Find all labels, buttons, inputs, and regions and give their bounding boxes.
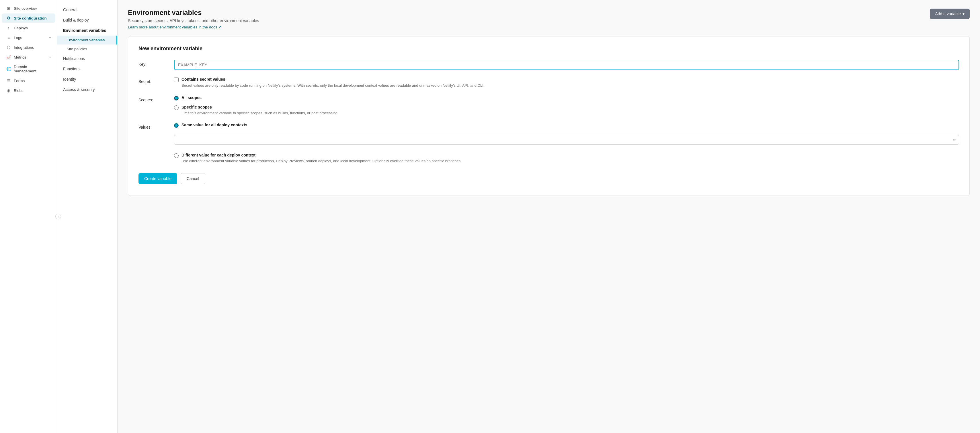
secret-row: Secret: Contains secret values Secret va… [138, 77, 959, 88]
sidebar-item-label: Site configuration [14, 16, 47, 21]
sidebar-item-integrations[interactable]: ⬡ Integrations [2, 43, 55, 52]
scopes-specific-row: Specific scopes Limit this environment v… [174, 105, 959, 116]
scopes-field: All scopes Specific scopes Limit this en… [174, 95, 959, 116]
sidebar-item-site-overview[interactable]: ⊞ Site overview [2, 4, 55, 13]
sidebar-item-label: Site overview [14, 6, 37, 11]
secret-field: Contains secret values Secret values are… [174, 77, 959, 88]
sidebar-item-label: Integrations [14, 45, 34, 50]
value-input[interactable] [174, 135, 959, 145]
secret-label: Secret: [138, 77, 167, 84]
values-label: Values: [138, 123, 167, 129]
scopes-radio-group: All scopes Specific scopes Limit this en… [174, 95, 959, 116]
key-field [174, 60, 959, 70]
values-field: Same value for all deploy contexts ✏ Dif… [174, 123, 959, 164]
sidebar-item-label: Blobs [14, 88, 24, 93]
sidebar-item-label: Domain management [14, 65, 51, 73]
values-diff-radio[interactable] [174, 153, 179, 158]
midnav-notifications[interactable]: Notifications [57, 53, 117, 64]
values-diff-desc: Use different environment variable value… [181, 158, 461, 164]
scopes-specific-text: Specific scopes Limit this environment v… [181, 105, 337, 116]
value-input-wrapper: ✏ [174, 135, 959, 145]
scopes-label: Scopes: [138, 95, 167, 102]
scopes-specific-desc: Limit this environment variable to speci… [181, 110, 337, 116]
form-card-title: New environment variable [138, 46, 959, 52]
midnav-site-policies[interactable]: Site policies [57, 45, 117, 53]
values-same-label: Same value for all deploy contexts [181, 123, 247, 127]
sidebar-item-metrics[interactable]: 📈 Metrics ▾ [2, 53, 55, 62]
secret-checkbox-desc: Secret values are only readable by code … [181, 83, 484, 88]
sidebar-item-blobs[interactable]: ◉ Blobs [2, 86, 55, 95]
integrations-icon: ⬡ [6, 45, 11, 50]
sidebar-item-deploys[interactable]: ↑ Deploys [2, 23, 55, 32]
sidebar-item-label: Metrics [14, 55, 26, 59]
values-same-radio[interactable] [174, 123, 179, 128]
values-row: Values: Same value for all deploy contex… [138, 123, 959, 164]
midnav-build-deploy[interactable]: Build & deploy [57, 15, 117, 25]
values-diff-text: Different value for each deploy context … [181, 153, 461, 164]
edit-icon[interactable]: ✏ [953, 137, 956, 142]
sidebar: ⊞ Site overview ⚙ Site configuration ↑ D… [0, 0, 57, 433]
gear-icon: ⚙ [6, 16, 11, 21]
values-same-text: Same value for all deploy contexts [181, 123, 247, 128]
new-env-var-card: New environment variable Key: Secret: Co… [128, 36, 970, 196]
sidebar-item-domain-management[interactable]: 🌐 Domain management [2, 62, 55, 75]
domain-icon: 🌐 [6, 67, 11, 71]
blobs-icon: ◉ [6, 88, 11, 93]
add-variable-label: Add a variable [935, 11, 961, 16]
create-variable-button[interactable]: Create variable [138, 173, 177, 184]
sidebar-item-forms[interactable]: ☰ Forms [2, 76, 55, 85]
metrics-icon: 📈 [6, 55, 11, 59]
sidebar-item-logs[interactable]: ≡ Logs ▾ [2, 33, 55, 42]
chevron-down-icon: ▾ [963, 11, 964, 16]
sidebar-item-label: Deploys [14, 26, 28, 30]
sidebar-item-site-configuration[interactable]: ⚙ Site configuration [2, 13, 55, 23]
key-label: Key: [138, 60, 167, 67]
add-variable-button[interactable]: Add a variable ▾ [930, 9, 970, 19]
page-title: Environment variables [128, 9, 259, 17]
home-icon: ⊞ [6, 6, 11, 11]
cancel-button[interactable]: Cancel [181, 173, 205, 184]
collapse-sidebar-button[interactable]: ‹ [55, 214, 61, 219]
midnav-environment-variables-sub[interactable]: Environment variables [57, 35, 117, 45]
midnav-identity[interactable]: Identity [57, 74, 117, 85]
page-subtitle: Securely store secrets, API keys, tokens… [128, 18, 259, 23]
main-content: Environment variables Securely store sec… [118, 0, 980, 433]
midnav-general[interactable]: General [57, 5, 117, 15]
values-diff-label: Different value for each deploy context [181, 153, 461, 157]
scopes-all-label: All scopes [181, 95, 202, 100]
forms-icon: ☰ [6, 78, 11, 83]
chevron-down-icon: ▾ [49, 56, 51, 59]
values-radio-group: Same value for all deploy contexts ✏ Dif… [174, 123, 959, 164]
docs-link[interactable]: Learn more about environment variables i… [128, 25, 222, 29]
key-row: Key: [138, 60, 959, 70]
midnav-functions[interactable]: Functions [57, 64, 117, 74]
logs-icon: ≡ [6, 35, 11, 40]
scopes-all-radio[interactable] [174, 96, 179, 101]
midnav-environment-variables-header[interactable]: Environment variables [57, 25, 117, 35]
secret-checkbox[interactable] [174, 78, 179, 82]
scopes-row: Scopes: All scopes Specific scopes Limit… [138, 95, 959, 116]
deploy-icon: ↑ [6, 26, 11, 30]
key-input[interactable] [174, 60, 959, 70]
page-header: Environment variables Securely store sec… [128, 9, 970, 29]
form-actions: Create variable Cancel [138, 173, 959, 184]
secret-checkbox-text: Contains secret values Secret values are… [181, 77, 484, 88]
chevron-down-icon: ▾ [49, 36, 51, 39]
scopes-specific-radio[interactable] [174, 105, 179, 110]
page-title-area: Environment variables Securely store sec… [128, 9, 259, 29]
scopes-all-text: All scopes [181, 95, 202, 101]
values-diff-row: Different value for each deploy context … [174, 153, 959, 164]
secret-checkbox-row: Contains secret values Secret values are… [174, 77, 959, 88]
midnav-access-security[interactable]: Access & security [57, 85, 117, 95]
values-same-row: Same value for all deploy contexts [174, 123, 959, 128]
scopes-specific-label: Specific scopes [181, 105, 337, 109]
secret-checkbox-label: Contains secret values [181, 77, 484, 81]
mid-nav: General Build & deploy Environment varia… [57, 0, 118, 433]
scopes-all-row: All scopes [174, 95, 959, 101]
sidebar-item-label: Logs [14, 35, 22, 40]
sidebar-item-label: Forms [14, 79, 25, 83]
